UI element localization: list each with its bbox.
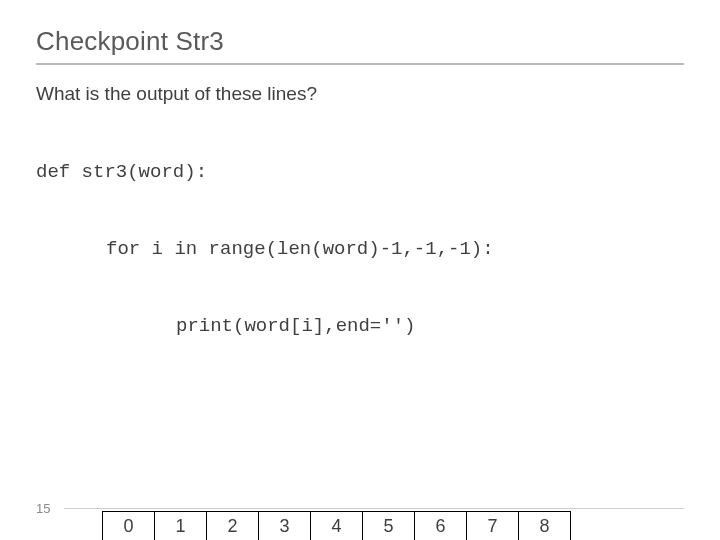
title-rule (36, 63, 684, 65)
body: What is the output of these lines? def s… (36, 81, 684, 391)
question-text: What is the output of these lines? (36, 81, 684, 107)
footer: 15 (0, 501, 720, 516)
code-line-1: def str3(word): (36, 160, 684, 186)
page-number: 15 (36, 501, 64, 516)
code-block: def str3(word): for i in range(len(word)… (36, 109, 684, 391)
slide-title: Checkpoint Str3 (36, 26, 684, 57)
code-line-3: print(word[i],end='') (36, 314, 684, 340)
title-block: Checkpoint Str3 (36, 26, 684, 65)
code-line-2: for i in range(len(word)-1,-1,-1): (36, 237, 684, 263)
footer-rule (64, 508, 684, 509)
slide: Checkpoint Str3 What is the output of th… (0, 0, 720, 540)
